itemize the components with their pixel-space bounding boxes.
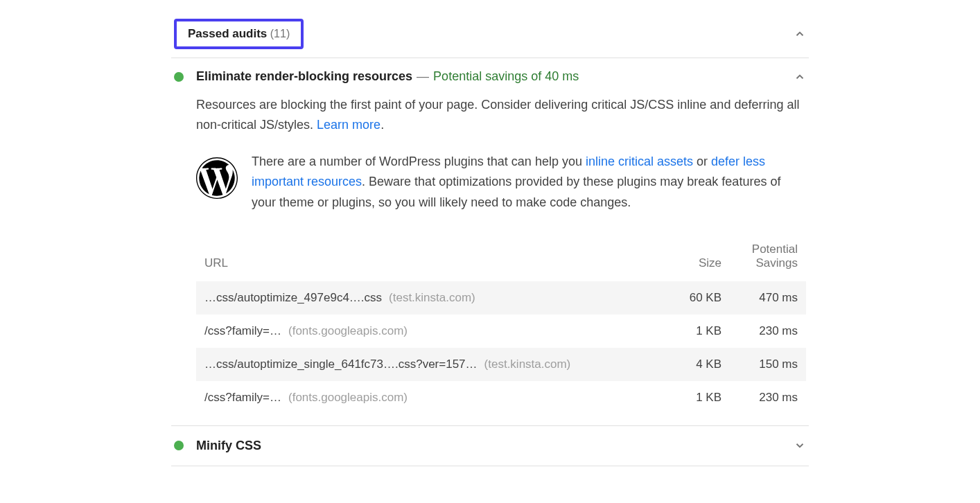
wordpress-tip: There are a number of WordPress plugins … (196, 152, 806, 213)
passed-audits-header[interactable]: Passed audits (11) (171, 10, 809, 58)
url-path: …css/autoptimize_single_641fc73….css?ver… (204, 358, 478, 371)
wordpress-icon (196, 157, 238, 199)
table-row: …css/autoptimize_single_641fc73….css?ver… (196, 348, 806, 381)
passed-audits-badge: Passed audits (11) (174, 19, 304, 49)
row-size: 1 KB (652, 324, 721, 338)
col-header-url: URL (204, 256, 652, 270)
savings-text: Potential savings of 40 ms (433, 69, 579, 84)
passed-audits-title: Passed audits (188, 27, 267, 40)
row-savings: 230 ms (721, 391, 798, 405)
audit-title: Eliminate render-blocking resources (196, 69, 412, 84)
row-url: /css?family=…(fonts.googleapis.com) (204, 391, 652, 405)
row-size: 4 KB (652, 358, 721, 371)
chevron-down-icon (794, 439, 806, 452)
desc-text: Resources are blocking the first paint o… (196, 98, 799, 132)
url-path: /css?family=… (204, 324, 281, 337)
table-row: …css/autoptimize_497e9c4….css(test.kinst… (196, 281, 806, 315)
url-host: (test.kinsta.com) (389, 291, 475, 304)
row-size: 60 KB (652, 291, 721, 305)
audit-description: Resources are blocking the first paint o… (196, 95, 806, 135)
row-url: …css/autoptimize_single_641fc73….css?ver… (204, 358, 652, 371)
row-url: /css?family=…(fonts.googleapis.com) (204, 324, 652, 338)
row-savings: 470 ms (721, 291, 798, 305)
audit-title: Minify CSS (196, 439, 261, 453)
status-pass-icon (174, 72, 184, 82)
row-url: …css/autoptimize_497e9c4….css(test.kinst… (204, 291, 652, 305)
row-savings: 230 ms (721, 324, 798, 338)
wordpress-tip-text: There are a number of WordPress plugins … (252, 152, 806, 213)
table-row: /css?family=…(fonts.googleapis.com) 1 KB… (196, 315, 806, 348)
table-row: /css?family=…(fonts.googleapis.com) 1 KB… (196, 381, 806, 414)
passed-audits-count: (11) (270, 28, 290, 39)
wp-mid: or (693, 155, 711, 168)
audit-item-minify-css[interactable]: Minify CSS (171, 426, 809, 466)
url-path: …css/autoptimize_497e9c4….css (204, 291, 382, 304)
learn-more-link[interactable]: Learn more (317, 118, 380, 132)
audit-item-render-blocking: Eliminate render-blocking resources — Po… (171, 58, 809, 426)
savings-dash: — (417, 69, 429, 84)
url-path: /css?family=… (204, 391, 281, 404)
inline-assets-link[interactable]: inline critical assets (586, 155, 693, 168)
audit-body: Resources are blocking the first paint o… (171, 95, 809, 425)
status-pass-icon (174, 441, 184, 450)
resources-table: URL Size Potential Savings …css/autoptim… (196, 236, 806, 414)
url-host: (test.kinsta.com) (484, 358, 571, 371)
url-host: (fonts.googleapis.com) (288, 324, 408, 337)
col-header-size: Size (652, 256, 721, 270)
col-header-savings: Potential Savings (721, 242, 798, 270)
chevron-up-icon (794, 28, 806, 40)
chevron-up-icon (794, 71, 806, 83)
url-host: (fonts.googleapis.com) (288, 391, 408, 404)
desc-period: . (380, 118, 384, 132)
audit-header-render-blocking[interactable]: Eliminate render-blocking resources — Po… (171, 58, 809, 95)
wp-pre: There are a number of WordPress plugins … (252, 155, 586, 168)
table-header: URL Size Potential Savings (196, 236, 806, 281)
row-size: 1 KB (652, 391, 721, 405)
row-savings: 150 ms (721, 358, 798, 371)
